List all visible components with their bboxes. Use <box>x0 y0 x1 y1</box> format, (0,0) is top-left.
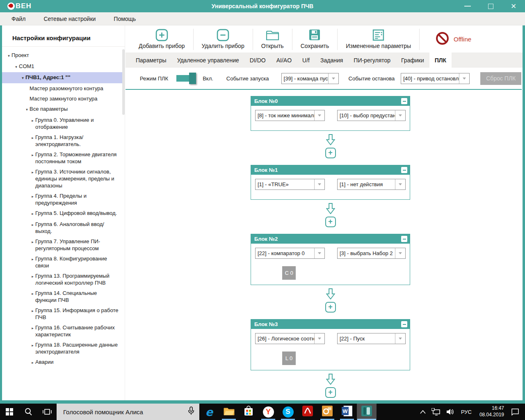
add-block-button[interactable]: + <box>325 387 336 398</box>
tree-collapsed-icon[interactable]: ▸ <box>30 210 35 217</box>
task-view-icon[interactable] <box>38 404 57 420</box>
maximize-button[interactable] <box>479 0 502 12</box>
tab-tasks[interactable]: Задания <box>315 52 348 68</box>
start-button[interactable] <box>0 404 19 420</box>
open-button[interactable]: Открыть <box>254 25 291 52</box>
tree-collapsed-icon[interactable]: ▸ <box>30 307 35 315</box>
alice-search-box[interactable]: Голосовой помощник Алиса <box>57 404 199 420</box>
minimize-button[interactable] <box>456 0 479 12</box>
menu-help[interactable]: Помощь <box>114 16 136 22</box>
tree-item[interactable]: ▸Группа 14. Специальные функции ПЧВ <box>2 288 125 305</box>
tree-item[interactable]: ▸Группа 1. Нагрузка/электродвигатель. <box>2 132 125 149</box>
tree-collapsed-icon[interactable]: ▸ <box>30 324 35 332</box>
tab-plc[interactable]: ПЛК <box>429 52 452 68</box>
collapse-block-button[interactable] <box>401 167 407 173</box>
taskbar-app-word[interactable]: W <box>337 404 357 420</box>
sidebar-scrollbar[interactable] <box>122 49 125 115</box>
block-action-select[interactable]: [10] - выбор предустанов <box>337 110 406 121</box>
plc-reset-button[interactable]: Сброс ПЛК <box>480 72 521 85</box>
taskbar-app-owen-configurator[interactable] <box>357 404 377 420</box>
tree-collapsed-icon[interactable]: ▸ <box>30 341 35 349</box>
tree-item[interactable]: ▸Группа 3. Источники сигналов, единицы и… <box>2 167 125 191</box>
tree-collapsed-icon[interactable]: ▸ <box>30 238 35 246</box>
menu-file[interactable]: Файл <box>11 16 25 22</box>
tree-expanded-icon[interactable]: ▾ <box>14 63 19 71</box>
tree-expanded-icon[interactable]: ▾ <box>20 74 25 82</box>
tree-item[interactable]: ▸Группа 6. Аналоговый ввод/выход. <box>2 219 125 236</box>
remove-device-button[interactable]: Удалить прибор <box>194 25 252 52</box>
taskbar-app-edge[interactable]: e <box>199 404 219 420</box>
taskbar-app-store[interactable] <box>239 404 258 420</box>
close-button[interactable]: ✕ <box>502 0 525 12</box>
block-event-select[interactable]: [8] - ток ниже минималь <box>255 110 325 121</box>
changed-params-button[interactable]: Измененные параметры <box>338 25 418 52</box>
block-action-select[interactable]: [1] - нет действия <box>337 179 406 190</box>
tree-item[interactable]: ▸Группа 13. Программируемый логический к… <box>2 271 125 288</box>
tree-item[interactable]: ▾Проект <box>2 50 125 61</box>
stop-event-select[interactable]: [40] - привод остановлен <box>401 73 470 84</box>
tree-expanded-icon[interactable]: ▾ <box>6 52 11 59</box>
add-block-button[interactable]: + <box>325 302 336 313</box>
block-badge-button[interactable]: C 0 <box>282 266 296 280</box>
tree-item[interactable]: ▸Группа 2. Торможение двигателя постоянн… <box>2 149 125 167</box>
tree-item[interactable]: ▸Группа 15. Информация о работе ПЧВ <box>2 305 125 322</box>
tab-aiao[interactable]: AI/AO <box>271 52 297 68</box>
taskbar-app-outlook[interactable] <box>317 404 337 420</box>
collapse-block-button[interactable] <box>401 321 407 327</box>
block-action-select[interactable]: [3] - выбрать Набор 2 <box>337 248 406 259</box>
taskbar-app-skype[interactable]: S <box>278 404 298 420</box>
tab-parameters[interactable]: Параметры <box>130 52 172 68</box>
microphone-icon[interactable] <box>188 406 194 417</box>
tree-item[interactable]: ▸Группа 4. Пределы и предупреждения <box>2 191 125 208</box>
tree-collapsed-icon[interactable]: ▸ <box>30 134 35 142</box>
tree-item[interactable]: ▸Группа 0. Управление и отображение <box>2 115 125 132</box>
block-event-select[interactable]: [1] - «TRUE» <box>255 179 325 190</box>
taskbar-app-explorer[interactable] <box>219 404 239 420</box>
tree-item[interactable]: Мастер замкнутого контура <box>2 94 125 104</box>
tree-collapsed-icon[interactable]: ▸ <box>30 116 35 124</box>
tree-expanded-icon[interactable]: ▾ <box>24 105 30 113</box>
taskbar-app-yandex[interactable]: Y <box>258 404 278 420</box>
block-action-select[interactable]: [22] - Пуск <box>337 333 406 344</box>
tree-item[interactable]: ▾ПЧВ1, Адрес:1 "" <box>2 72 125 83</box>
tree-collapsed-icon[interactable]: ▸ <box>30 192 35 200</box>
tree-item[interactable]: ▸Группа 18. Расширенные данные электродв… <box>2 340 125 357</box>
action-center-icon[interactable] <box>508 404 525 420</box>
block-badge-button[interactable]: L 0 <box>282 352 296 365</box>
tree-collapsed-icon[interactable]: ▸ <box>30 290 35 297</box>
collapse-block-button[interactable] <box>401 236 407 242</box>
tree-item[interactable]: ▸Группа 8. Конфигурирование связи <box>2 253 125 271</box>
clock[interactable]: 16:47 08.04.2019 <box>475 405 508 418</box>
block-event-select[interactable]: [26] - Логическое соотно <box>255 333 325 344</box>
tree-collapsed-icon[interactable]: ▸ <box>30 151 35 159</box>
collapse-block-button[interactable] <box>401 98 407 104</box>
chevron-up-icon[interactable] <box>417 404 429 420</box>
tree-item[interactable]: ▾Все параметры <box>2 104 125 115</box>
tree-collapsed-icon[interactable]: ▸ <box>30 358 35 366</box>
tree-item[interactable]: ▸Группа 7. Управление ПИ-регуляторным пр… <box>2 236 125 253</box>
tree-item[interactable]: ▸Группа 16. Считывание рабочих характери… <box>2 322 125 340</box>
tree-item[interactable]: Мастер разомкнутого контура <box>2 83 125 94</box>
add-block-button[interactable]: + <box>325 148 336 158</box>
tab-remote-control[interactable]: Удаленное управление <box>172 52 244 68</box>
plc-mode-toggle[interactable] <box>176 75 195 82</box>
tree-item[interactable]: ▾COM1 <box>2 61 125 72</box>
tree-collapsed-icon[interactable]: ▸ <box>30 255 35 263</box>
network-icon[interactable] <box>429 404 443 420</box>
start-event-select[interactable]: [39] - команда пуска <box>281 73 339 84</box>
tab-graphs[interactable]: Графики <box>396 52 429 68</box>
block-event-select[interactable]: [22] - компаратор 0 <box>255 248 325 259</box>
add-block-button[interactable]: + <box>325 217 336 227</box>
language-indicator[interactable]: РУС <box>457 409 475 415</box>
tab-pi-regulator[interactable]: ПИ-регулятор <box>348 52 396 68</box>
add-device-button[interactable]: Добавить прибор <box>131 25 192 52</box>
tab-uf[interactable]: U/f <box>297 52 315 68</box>
taskbar-app-acrobat[interactable] <box>298 404 317 420</box>
tree-item[interactable]: ▸Группа 5. Цифровой ввод/вывод. <box>2 208 125 219</box>
tree-collapsed-icon[interactable]: ▸ <box>30 272 35 280</box>
tab-dido[interactable]: DI/DO <box>244 52 271 68</box>
tree-item[interactable]: ▸Аварии <box>2 357 125 368</box>
tree-collapsed-icon[interactable]: ▸ <box>30 168 35 176</box>
menu-network-settings[interactable]: Сетевые настройки <box>43 16 96 22</box>
save-button[interactable]: Сохранить <box>293 25 337 52</box>
